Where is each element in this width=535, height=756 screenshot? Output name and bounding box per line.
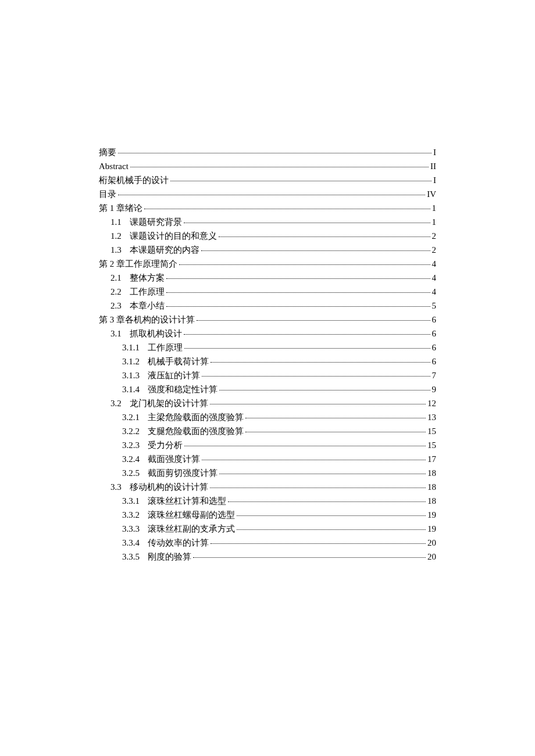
- toc-entry: 第 1 章绪论 1: [99, 201, 436, 215]
- toc-entry: 1.2课题设计的目的和意义 2: [99, 229, 436, 243]
- toc-page-num: 19: [427, 522, 436, 536]
- toc-leader: [130, 167, 429, 167]
- toc-page-num: 18: [427, 480, 436, 494]
- toc-page-num: 18: [427, 494, 436, 508]
- toc-entry: 3.2龙门机架的设计计算 12: [99, 396, 436, 410]
- toc-entry: 3.3.5刚度的验算 20: [99, 550, 436, 564]
- toc-page-num: 4: [432, 257, 437, 271]
- toc-leader: [202, 376, 430, 377]
- toc-leader: [210, 404, 426, 404]
- toc-entry: Abstract II: [99, 159, 436, 173]
- toc-page-num: 1: [432, 201, 437, 215]
- toc-label: 3.2.3受力分析: [122, 438, 183, 452]
- toc-leader: [202, 460, 426, 460]
- toc-page-num: 13: [427, 410, 436, 424]
- toc-label: 3.1.2机械手载荷计算: [122, 354, 209, 368]
- toc-leader: [201, 250, 430, 251]
- toc-page-num: 2: [432, 229, 437, 243]
- toc-entry: 3.1抓取机构设计 6: [99, 327, 436, 341]
- toc-page-num: I: [433, 145, 436, 159]
- toc-entry: 1.3本课题研究的内容 2: [99, 243, 436, 257]
- toc-label: 1.2课题设计的目的和意义: [110, 229, 217, 243]
- toc-leader: [219, 237, 430, 237]
- toc-title: 第 3 章各机构的设计计算: [99, 313, 195, 327]
- toc-label: 3.1.3液压缸的计算: [122, 368, 200, 382]
- toc-page-num: 6: [432, 341, 437, 354]
- toc-page-num: 20: [427, 550, 436, 564]
- toc-entry: 3.3.2滚珠丝杠螺母副的选型 19: [99, 508, 436, 522]
- toc-page-num: 6: [432, 327, 437, 341]
- toc-leader: [219, 390, 430, 390]
- toc-entry: 2.2工作原理 4: [99, 285, 436, 299]
- toc-entry: 2.3本章小结 5: [99, 299, 436, 313]
- toc-entry: 3.3移动机构的设计计算 18: [99, 480, 436, 494]
- toc-label: 3.3.1滚珠丝杠计算和选型: [122, 494, 226, 508]
- toc-label: 3.3移动机构的设计计算: [110, 480, 208, 494]
- toc-entry: 摘要 I: [99, 145, 436, 159]
- toc-page-num: 18: [427, 466, 436, 480]
- toc-title: 桁架机械手的设计: [99, 173, 169, 187]
- toc-entry: 3.3.1滚珠丝杠计算和选型 18: [99, 494, 436, 508]
- toc-page-num: 9: [432, 382, 437, 396]
- toc-entry: 3.2.1主梁危险载面的强度验算 13: [99, 410, 436, 424]
- toc-leader: [118, 195, 425, 195]
- toc-page-num: I: [433, 173, 436, 187]
- toc-page-num: 1: [432, 215, 437, 229]
- toc-leader: [184, 446, 426, 446]
- toc-page-num: II: [430, 159, 436, 173]
- toc-page-num: 6: [432, 313, 437, 327]
- toc-page-num: 20: [427, 536, 436, 550]
- toc-page-num: 5: [432, 299, 437, 313]
- toc-leader: [210, 488, 426, 488]
- toc-page-num: 6: [432, 354, 437, 368]
- toc-entry: 3.1.3液压缸的计算 7: [99, 368, 436, 382]
- toc-label: 3.2.2支腿危险载面的强度验算: [122, 424, 244, 438]
- toc-leader: [211, 362, 430, 363]
- toc-page-num: 4: [432, 285, 437, 299]
- toc-leader: [245, 432, 426, 432]
- toc-page-num: 12: [427, 396, 436, 410]
- toc-page-num: 2: [432, 243, 437, 257]
- toc-entry: 2.1整体方案 4: [99, 271, 436, 285]
- toc-label: 3.3.3滚珠丝杠副的支承方式: [122, 522, 235, 536]
- toc-leader: [184, 334, 430, 335]
- toc-leader: [193, 557, 426, 558]
- toc-entry: 桁架机械手的设计 I: [99, 173, 436, 187]
- toc-leader: [228, 501, 426, 502]
- toc-label: 3.1.1工作原理: [122, 341, 183, 354]
- toc-title: Abstract: [99, 159, 129, 173]
- toc-entry: 3.1.1工作原理 6: [99, 341, 436, 354]
- toc-entry: 3.2.3受力分析 15: [99, 438, 436, 452]
- toc-page: 摘要 I Abstract II 桁架机械手的设计 I 目录 IV 第 1 章绪…: [0, 0, 535, 564]
- toc-leader: [170, 181, 431, 181]
- toc-entry: 目录 IV: [99, 187, 436, 201]
- toc-label: 3.2.4截面强度计算: [122, 452, 200, 466]
- toc-entry: 第 2 章工作原理简介 4: [99, 257, 436, 271]
- toc-label: 2.3本章小结: [110, 299, 165, 313]
- toc-label: 3.3.5刚度的验算: [122, 550, 191, 564]
- toc-page-num: 7: [432, 368, 437, 382]
- toc-leader: [211, 543, 426, 544]
- toc-leader: [166, 278, 430, 279]
- toc-page-num: 17: [427, 452, 436, 466]
- toc-entry: 3.3.4传动效率的计算 20: [99, 536, 436, 550]
- toc-label: 3.3.2滚珠丝杠螺母副的选型: [122, 508, 235, 522]
- toc-label: 3.2.1主梁危险载面的强度验算: [122, 410, 244, 424]
- toc-leader: [184, 348, 430, 349]
- toc-leader: [166, 292, 430, 293]
- toc-entry: 3.2.5截面剪切强度计算 18: [99, 466, 436, 480]
- toc-entry: 3.1.4强度和稳定性计算 9: [99, 382, 436, 396]
- toc-title: 目录: [99, 187, 116, 201]
- toc-label: 3.3.4传动效率的计算: [122, 536, 209, 550]
- toc-entry: 3.2.4截面强度计算 17: [99, 452, 436, 466]
- toc-label: 3.2.5截面剪切强度计算: [122, 466, 217, 480]
- toc-label: 1.3本课题研究的内容: [110, 243, 199, 257]
- toc-page-num: 15: [427, 438, 436, 452]
- toc-entry: 第 3 章各机构的设计计算 6: [99, 313, 436, 327]
- toc-leader: [144, 209, 430, 209]
- toc-entry: 3.1.2机械手载荷计算 6: [99, 354, 436, 368]
- toc-label: 3.1.4强度和稳定性计算: [122, 382, 217, 396]
- toc-title: 第 1 章绪论: [99, 201, 142, 215]
- toc-entry: 3.2.2支腿危险载面的强度验算 15: [99, 424, 436, 438]
- toc-title: 第 2 章工作原理简介: [99, 257, 177, 271]
